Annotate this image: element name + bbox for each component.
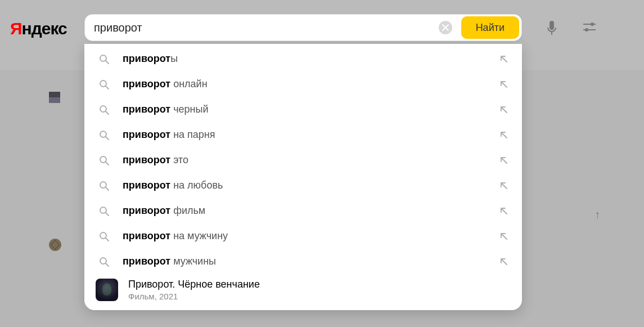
- suggestion-item[interactable]: приворот это: [84, 147, 522, 173]
- search-icon: [98, 155, 110, 165]
- insert-arrow-icon[interactable]: [499, 156, 508, 165]
- suggestion-item[interactable]: приворот на любовь: [84, 173, 522, 198]
- svg-line-7: [106, 61, 109, 64]
- svg-line-13: [106, 137, 109, 140]
- svg-point-5: [585, 28, 588, 32]
- clear-button[interactable]: [439, 21, 452, 34]
- logo-rest: ндекс: [22, 19, 67, 38]
- insert-arrow-icon[interactable]: [499, 181, 508, 190]
- search-input[interactable]: [85, 15, 439, 41]
- suggestion-rest: черный: [170, 104, 208, 115]
- suggestion-text: приворот фильм: [110, 205, 499, 217]
- suggestion-bold: приворот: [123, 230, 170, 241]
- voice-search-button[interactable]: [546, 20, 560, 37]
- svg-point-3: [591, 23, 594, 26]
- suggestion-item[interactable]: приворот на парня: [84, 122, 522, 147]
- svg-rect-0: [550, 21, 554, 30]
- insert-arrow-icon[interactable]: [499, 105, 508, 114]
- suggestion-rest: ы: [170, 53, 178, 64]
- close-icon: [442, 24, 449, 31]
- search-icon: [98, 206, 110, 216]
- suggestion-item[interactable]: приворот фильм: [84, 198, 522, 223]
- search-button[interactable]: Найти: [461, 16, 519, 39]
- search-icon: [98, 130, 110, 140]
- suggestion-text: привороты: [110, 53, 499, 65]
- suggestion-rest: на мужчину: [170, 230, 228, 241]
- search-box: Найти: [84, 14, 522, 41]
- logo-letter-ya: Я: [10, 19, 22, 38]
- suggestion-item[interactable]: приворот мужчины: [84, 249, 522, 274]
- suggestion-bold: приворот: [123, 104, 170, 115]
- search-icon: [98, 54, 110, 64]
- suggestion-text: приворот это: [110, 154, 499, 166]
- rich-suggestion[interactable]: Приворот. Чёрное венчание Фильм, 2021: [84, 274, 522, 306]
- suggestion-item[interactable]: привороты: [84, 46, 522, 71]
- svg-line-17: [106, 187, 109, 190]
- search-icon: [98, 231, 110, 241]
- suggestion-bold: приворот: [123, 180, 170, 191]
- insert-arrow-icon[interactable]: [499, 257, 508, 266]
- suggestions-dropdown: приворотыприворот онлайнприворот черныйп…: [84, 44, 522, 310]
- suggestion-text: приворот на парня: [110, 129, 499, 141]
- sliders-icon: [583, 21, 596, 33]
- suggestion-item[interactable]: приворот черный: [84, 97, 522, 122]
- svg-line-15: [106, 162, 109, 165]
- rich-suggestion-subtitle: Фильм, 2021: [128, 292, 260, 301]
- suggestion-rest: мужчины: [170, 256, 216, 267]
- suggestion-rest: онлайн: [170, 78, 207, 89]
- svg-line-19: [106, 213, 109, 216]
- yandex-logo[interactable]: Яндекс: [10, 19, 67, 38]
- mic-icon: [546, 20, 557, 36]
- insert-arrow-icon[interactable]: [499, 80, 508, 89]
- suggestion-bold: приворот: [123, 154, 170, 165]
- suggestion-text: приворот на любовь: [110, 180, 499, 191]
- suggestion-rest: фильм: [170, 205, 205, 216]
- search-icon: [98, 105, 110, 115]
- suggestion-rest: на парня: [170, 129, 215, 140]
- suggestion-text: приворот мужчины: [110, 256, 499, 267]
- suggestion-bold: приворот: [123, 129, 170, 140]
- insert-arrow-icon[interactable]: [499, 131, 508, 140]
- search-icon: [98, 257, 110, 267]
- suggestion-item[interactable]: приворот онлайн: [84, 71, 522, 97]
- suggestion-bold: приворот: [123, 78, 170, 89]
- svg-line-23: [106, 263, 109, 266]
- search-icon: [98, 181, 110, 191]
- rich-suggestion-body: Приворот. Чёрное венчание Фильм, 2021: [118, 279, 260, 301]
- insert-arrow-icon[interactable]: [499, 55, 508, 64]
- suggestion-rest: это: [170, 154, 188, 165]
- suggestion-bold: приворот: [123, 256, 170, 267]
- suggestion-item[interactable]: приворот на мужчину: [84, 223, 522, 249]
- suggestion-text: приворот онлайн: [110, 78, 499, 90]
- settings-button[interactable]: [583, 21, 596, 35]
- svg-line-9: [106, 86, 109, 89]
- movie-thumbnail: [96, 279, 118, 301]
- svg-line-21: [106, 238, 109, 241]
- insert-arrow-icon[interactable]: [499, 232, 508, 241]
- suggestion-rest: на любовь: [170, 180, 223, 191]
- rich-suggestion-title: Приворот. Чёрное венчание: [128, 279, 260, 290]
- suggestion-text: приворот на мужчину: [110, 230, 499, 242]
- search-icon: [98, 79, 110, 89]
- svg-line-11: [106, 111, 109, 114]
- suggestion-text: приворот черный: [110, 104, 499, 115]
- suggestion-bold: приворот: [123, 205, 170, 216]
- insert-arrow-icon[interactable]: [499, 207, 508, 216]
- suggestion-bold: приворот: [123, 53, 170, 64]
